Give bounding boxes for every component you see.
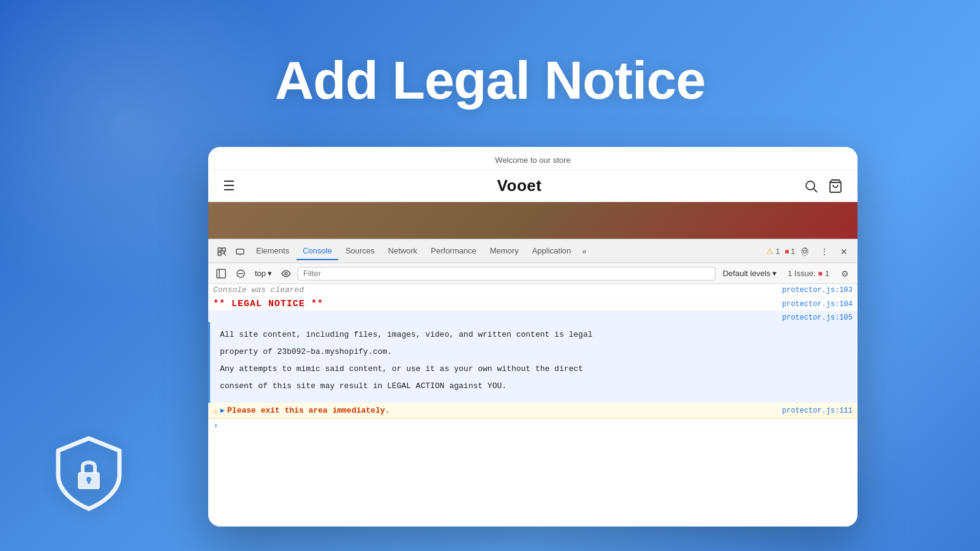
- issues-square-icon: ■: [818, 269, 823, 278]
- browser-window: Welcome to our store ☰ Vooet: [208, 147, 858, 527]
- legal-content-block: All site content, including files, image…: [208, 322, 858, 403]
- cleared-source-link[interactable]: protector.js:103: [772, 286, 853, 294]
- warning-triangle-count: 1: [775, 247, 780, 256]
- shield-lock-icon: [49, 432, 129, 514]
- console-toolbar: top ▾ Default levels ▾ 1 Issue: ■ 1: [208, 263, 858, 284]
- warning-arrow-icon[interactable]: ▶: [221, 406, 225, 415]
- warning-square-count: 1: [791, 247, 795, 256]
- tab-sources[interactable]: Sources: [339, 242, 381, 260]
- content-line-1: All site content, including files, image…: [220, 328, 848, 342]
- console-caret[interactable]: ›: [213, 421, 218, 430]
- tab-console[interactable]: Console: [296, 242, 338, 260]
- console-cleared-text: Console was cleared: [213, 285, 304, 294]
- content-block-header: protector.js:105: [208, 311, 858, 322]
- sidebar-toggle-button[interactable]: [213, 266, 229, 282]
- store-brand: Vooet: [497, 176, 542, 195]
- devtools-settings-button[interactable]: [796, 243, 813, 260]
- svg-rect-11: [217, 269, 225, 278]
- warning-square-icon: ■: [785, 247, 789, 256]
- devtools-more-button[interactable]: ⋮: [816, 243, 833, 260]
- svg-rect-8: [222, 248, 225, 251]
- tab-elements[interactable]: Elements: [250, 242, 295, 260]
- svg-rect-9: [236, 249, 244, 254]
- issues-counter[interactable]: 1 Issue: ■ 1: [784, 268, 833, 279]
- legal-notice-text: ** LEGAL NOTICE **: [213, 299, 323, 309]
- clear-console-button[interactable]: [233, 266, 249, 282]
- svg-line-4: [813, 189, 817, 192]
- devtools-warnings: ⚠ 1 ■ 1: [766, 247, 795, 256]
- warning-source-link[interactable]: protector.js:111: [772, 407, 853, 415]
- tab-performance[interactable]: Performance: [424, 242, 482, 260]
- caret-down-icon: ▾: [268, 269, 272, 278]
- console-cleared-line: Console was cleared protector.js:103: [208, 284, 858, 298]
- console-filter-input[interactable]: [298, 267, 715, 280]
- page-title: Add Legal Notice: [0, 49, 980, 111]
- tab-more-button[interactable]: »: [578, 244, 590, 258]
- inspector-icon[interactable]: [213, 243, 230, 260]
- context-selector[interactable]: top ▾: [252, 268, 274, 279]
- legal-notice-line: ** LEGAL NOTICE ** protector.js:104: [208, 298, 858, 311]
- svg-rect-7: [218, 252, 221, 255]
- device-icon[interactable]: [232, 243, 249, 260]
- issues-count: 1: [825, 269, 829, 278]
- content-line-4: consent of this site may result in LEGAL…: [220, 380, 848, 393]
- legal-notice-source-link[interactable]: protector.js:104: [772, 300, 853, 309]
- svg-rect-6: [218, 248, 221, 251]
- svg-point-15: [285, 272, 287, 275]
- cart-icon[interactable]: [828, 179, 843, 193]
- log-levels-dropdown[interactable]: Default levels ▾: [719, 268, 780, 279]
- tab-memory[interactable]: Memory: [484, 242, 525, 260]
- console-caret-line: ›: [208, 419, 858, 432]
- content-line-2: property of 23b092–ba.myshopify.com.: [220, 345, 848, 359]
- warning-triangle-icon: ⚠: [766, 247, 774, 256]
- tab-network[interactable]: Network: [382, 242, 424, 260]
- content-line-3: Any attempts to mimic said content, or u…: [220, 362, 848, 376]
- levels-label: Default levels: [723, 269, 771, 278]
- warning-text: Please exit this area immediately.: [227, 406, 390, 415]
- announcement-text: Welcome to our store: [495, 156, 570, 165]
- warning-line: ⚠ ▶ Please exit this area immediately. p…: [208, 403, 858, 419]
- console-settings-button[interactable]: ⚙: [837, 266, 853, 282]
- devtools-close-button[interactable]: ✕: [835, 243, 853, 260]
- store-announcement: Welcome to our store: [208, 147, 858, 170]
- levels-caret-icon: ▾: [772, 269, 777, 278]
- context-value: top: [255, 269, 266, 278]
- warning-icon: ⚠: [213, 406, 218, 416]
- store-navbar: ☰ Vooet: [208, 170, 858, 202]
- console-output: Console was cleared protector.js:103 ** …: [208, 284, 858, 527]
- svg-rect-2: [88, 479, 90, 484]
- tab-application[interactable]: Application: [526, 242, 578, 260]
- nav-action-icons: [804, 179, 843, 193]
- store-hero-image: [208, 202, 858, 239]
- devtools-panel: Elements Console Sources Network Perform…: [208, 239, 858, 527]
- search-icon[interactable]: [804, 179, 818, 193]
- eye-icon-button[interactable]: [278, 266, 294, 282]
- issues-label: 1 Issue:: [788, 269, 816, 278]
- content-source-link[interactable]: protector.js:105: [772, 313, 853, 322]
- devtools-tab-bar: Elements Console Sources Network Perform…: [208, 240, 858, 263]
- devtools-action-icons: ⋮ ✕: [796, 243, 853, 260]
- hamburger-menu-button[interactable]: ☰: [223, 179, 235, 193]
- warning-square-badge[interactable]: ■ 1: [785, 247, 795, 256]
- warning-triangle-badge[interactable]: ⚠ 1: [766, 247, 780, 256]
- svg-point-3: [806, 181, 815, 190]
